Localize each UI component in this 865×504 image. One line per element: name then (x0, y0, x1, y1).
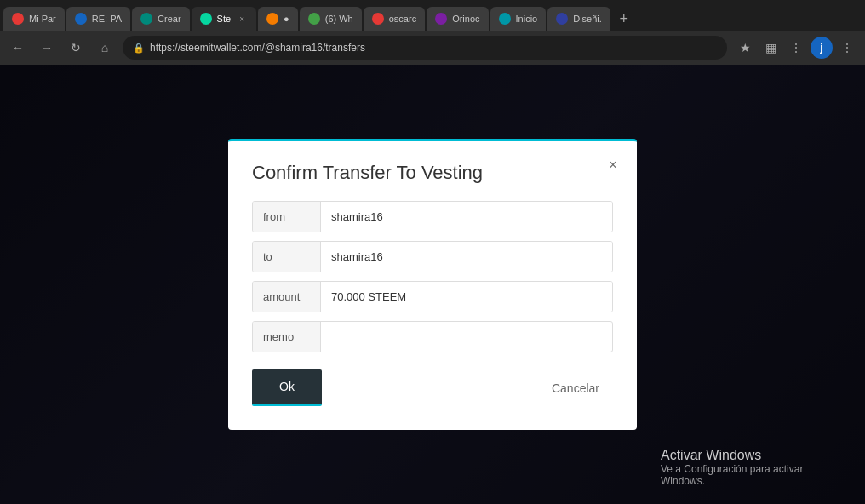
tab-orinoc[interactable]: Orinoc (427, 7, 488, 31)
tab-bar: Mi Par RE: PA Crear Ste × ● (6) Wh oscar… (0, 0, 865, 31)
address-bar-row: ← → ↻ ⌂ 🔒 https://steemitwallet.com/@sha… (0, 31, 865, 65)
tab-oscarc[interactable]: oscarc (364, 7, 425, 31)
tab-favicon-9 (499, 13, 511, 25)
tab-favicon-4 (200, 13, 212, 25)
memo-field-row: memo (252, 321, 613, 352)
tab-label-10: Diseñi. (573, 14, 602, 24)
profile-button[interactable]: j (811, 37, 833, 59)
forward-button[interactable]: → (36, 37, 58, 59)
cancel-button[interactable]: Cancelar (538, 371, 613, 405)
tab-inicio[interactable]: Inicio (490, 7, 547, 31)
tab-label-5: ● (284, 14, 289, 24)
amount-label: amount (253, 282, 321, 312)
tab-favicon-8 (435, 13, 447, 25)
windows-activate-title: Activar Windows (661, 448, 831, 463)
to-value: shamira16 (321, 242, 612, 272)
tab-favicon-10 (556, 13, 568, 25)
tab-label-1: Mi Par (29, 14, 56, 24)
tab-favicon-2 (75, 13, 87, 25)
dialog-close-button[interactable]: × (603, 155, 623, 175)
tab-label-2: RE: PA (92, 14, 122, 24)
from-field-row: from shamira16 (252, 201, 613, 232)
tab-close-4[interactable]: × (236, 13, 248, 25)
tab-diseni[interactable]: Diseñi. (547, 7, 610, 31)
bookmark-star-button[interactable]: ★ (734, 37, 756, 59)
confirm-transfer-dialog: × Confirm Transfer To Vesting from shami… (228, 139, 637, 430)
back-button[interactable]: ← (7, 37, 29, 59)
toolbar-right: ★ ▦ ⋮ j ⋮ (734, 37, 858, 59)
amount-field-row: amount 70.000 STEEM (252, 281, 613, 312)
tab-favicon-5 (266, 13, 278, 25)
windows-activate-subtitle: Ve a Configuración para activar Windows. (661, 463, 831, 487)
from-label: from (253, 202, 321, 232)
from-value: shamira16 (321, 202, 612, 232)
page-background: × Confirm Transfer To Vesting from shami… (0, 65, 865, 504)
dialog-title: Confirm Transfer To Vesting (252, 162, 613, 184)
dialog-actions: Ok Cancelar (252, 369, 613, 406)
tab-re-pa[interactable]: RE: PA (66, 7, 130, 31)
address-text: https://steemitwallet.com/@shamira16/tra… (150, 42, 365, 54)
memo-label: memo (253, 322, 321, 352)
home-button[interactable]: ⌂ (94, 37, 116, 59)
tab-steem[interactable]: Ste × (192, 7, 257, 31)
to-label: to (253, 242, 321, 272)
to-field-row: to shamira16 (252, 241, 613, 272)
tab-favicon-1 (12, 13, 24, 25)
more-button[interactable]: ⋮ (836, 37, 858, 59)
tab-wh[interactable]: (6) Wh (300, 7, 362, 31)
extensions-button[interactable]: ▦ (759, 37, 782, 59)
tab-label-8: Orinoc (452, 14, 479, 24)
tab-label-3: Crear (158, 14, 181, 24)
tab-favicon-3 (140, 13, 152, 25)
tab-dot[interactable]: ● (258, 7, 298, 31)
refresh-button[interactable]: ↻ (65, 37, 87, 59)
tab-favicon-7 (372, 13, 384, 25)
tab-label-9: Inicio (516, 14, 538, 24)
tab-mi-par[interactable]: Mi Par (3, 7, 65, 31)
tab-favicon-6 (308, 13, 320, 25)
tab-label-6: (6) Wh (325, 14, 353, 24)
tab-crear[interactable]: Crear (132, 7, 190, 31)
memo-value (321, 329, 612, 346)
address-field[interactable]: 🔒 https://steemitwallet.com/@shamira16/t… (123, 36, 727, 60)
amount-value: 70.000 STEEM (321, 282, 612, 312)
modal-overlay: × Confirm Transfer To Vesting from shami… (0, 65, 865, 504)
tab-label-7: oscarc (389, 14, 416, 24)
ok-button[interactable]: Ok (252, 369, 322, 406)
new-tab-button[interactable]: + (612, 7, 636, 31)
menu-button[interactable]: ⋮ (785, 37, 807, 59)
lock-icon: 🔒 (133, 43, 145, 54)
tab-label-4: Ste (217, 14, 232, 24)
browser-chrome: Mi Par RE: PA Crear Ste × ● (6) Wh oscar… (0, 0, 865, 65)
windows-activation: Activar Windows Ve a Configuración para … (661, 448, 831, 487)
